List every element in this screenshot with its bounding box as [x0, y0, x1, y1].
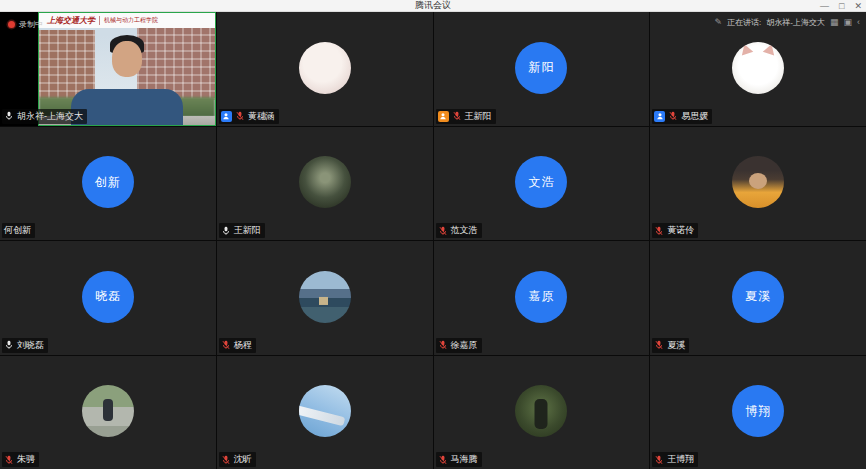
participant-tile[interactable]: 嘉原 徐嘉原	[434, 241, 650, 355]
participant-name: 刘晓磊	[17, 339, 44, 352]
participant-name: 夏溪	[667, 339, 685, 352]
mic-on-icon	[221, 226, 231, 236]
participant-tile[interactable]: 文浩 范文浩	[434, 127, 650, 241]
speaker-body	[71, 89, 183, 125]
participant-label: 王新阳	[436, 109, 496, 124]
avatar-initials: 晓磊	[82, 271, 134, 323]
participant-tile[interactable]: 杨程	[217, 241, 433, 355]
participant-name: 杨程	[234, 339, 252, 352]
participant-name: 范文浩	[451, 224, 478, 237]
participant-label: 徐嘉原	[436, 338, 482, 353]
recording-label: 录制中	[19, 19, 43, 30]
avatar-photo-cat	[732, 42, 784, 94]
person-badge-icon	[222, 112, 230, 120]
participant-label: 胡永祥-上海交大	[2, 109, 87, 124]
participant-label: 朱骋	[2, 452, 39, 467]
person-badge-icon	[656, 112, 664, 120]
avatar-photo-outdoor	[515, 385, 567, 437]
annotation-icon[interactable]: ✎	[715, 18, 723, 27]
participant-tile[interactable]: 博翔 王博翔	[650, 356, 866, 469]
participant-name: 易思媛	[681, 110, 708, 123]
participant-name: 朱骋	[17, 453, 35, 466]
mic-muted-icon	[221, 340, 231, 350]
participant-tile[interactable]: 易思媛	[650, 12, 866, 126]
participant-label: 范文浩	[436, 223, 482, 238]
department-name: 机械与动力工程学院	[104, 16, 158, 25]
participant-name: 王博翔	[667, 453, 694, 466]
mic-on-icon	[4, 111, 14, 121]
mic-muted-icon	[221, 455, 231, 465]
close-button[interactable]: ✕	[854, 0, 862, 12]
host-badge	[438, 111, 449, 122]
participant-tile[interactable]: 黄穗涵	[217, 12, 433, 126]
mic-muted-icon	[438, 455, 448, 465]
maximize-button[interactable]: □	[839, 0, 844, 12]
university-logo: 上海交通大学	[47, 15, 95, 26]
avatar-initials: 嘉原	[515, 271, 567, 323]
recording-indicator[interactable]: 录制中	[8, 19, 43, 30]
speaking-indicator: ✎ 正在讲话: 胡永祥-上海交大 ▦ ▣ ‹	[715, 17, 860, 28]
avatar-initials-text: 晓磊	[95, 288, 121, 305]
participant-label: 易思媛	[652, 109, 712, 124]
participant-tile[interactable]: 马海腾	[434, 356, 650, 469]
avatar-initials: 文浩	[515, 156, 567, 208]
mic-muted-icon	[654, 226, 664, 236]
participant-tile[interactable]: 创新 何创新	[0, 127, 216, 241]
cohost-badge	[221, 111, 232, 122]
participant-tile[interactable]: 新阳 王新阳	[434, 12, 650, 126]
participant-label: 王博翔	[652, 452, 698, 467]
avatar-initials-text: 博翔	[745, 403, 771, 420]
banner-divider	[99, 16, 100, 25]
mic-muted-icon	[654, 340, 664, 350]
participant-label: 马海腾	[436, 452, 482, 467]
participant-label: 黄诺伶	[652, 223, 698, 238]
participant-name: 徐嘉原	[451, 339, 478, 352]
avatar-initials-text: 新阳	[528, 59, 554, 76]
avatar-initials: 夏溪	[732, 271, 784, 323]
avatar-initials-text: 夏溪	[745, 288, 771, 305]
participant-name: 黄诺伶	[667, 224, 694, 237]
avatar-photo-airplane	[299, 385, 351, 437]
participant-label: 沈昕	[219, 452, 256, 467]
avatar-photo-portrait-dark	[299, 156, 351, 208]
collapse-arrow-icon[interactable]: ‹	[857, 18, 860, 27]
layout-speaker-icon[interactable]: ▣	[843, 18, 852, 27]
avatar-photo-landscape	[299, 271, 351, 323]
participant-tile[interactable]: 黄诺伶	[650, 127, 866, 241]
participant-name: 马海腾	[451, 453, 478, 466]
university-banner: 上海交通大学 机械与动力工程学院	[39, 13, 215, 28]
mic-muted-icon	[235, 111, 245, 121]
avatar-photo-child	[732, 156, 784, 208]
minimize-button[interactable]: —	[820, 0, 829, 12]
window-titlebar: 腾讯会议 — □ ✕	[0, 0, 866, 12]
participant-tile[interactable]: 王新阳	[217, 127, 433, 241]
participant-label: 何创新	[2, 223, 35, 238]
participant-tile[interactable]: 沈昕	[217, 356, 433, 469]
recording-dot-icon	[8, 21, 15, 28]
participant-name: 何创新	[4, 224, 31, 237]
mic-muted-icon	[438, 340, 448, 350]
participant-tile[interactable]: 朱骋	[0, 356, 216, 469]
avatar-initials: 博翔	[732, 385, 784, 437]
mic-muted-icon	[452, 111, 462, 121]
mic-muted-icon	[438, 226, 448, 236]
participant-name: 王新阳	[465, 110, 492, 123]
avatar-initials-text: 文浩	[528, 174, 554, 191]
participant-name: 黄穗涵	[248, 110, 275, 123]
mic-muted-icon	[4, 455, 14, 465]
avatar-photo-cyclist	[82, 385, 134, 437]
participant-label: 杨程	[219, 338, 256, 353]
participant-name: 沈昕	[234, 453, 252, 466]
participant-tile[interactable]: 晓磊 刘晓磊	[0, 241, 216, 355]
speaking-prefix: 正在讲话:	[727, 17, 761, 28]
participant-label: 黄穗涵	[219, 109, 279, 124]
participant-tile[interactable]: 夏溪 夏溪	[650, 241, 866, 355]
cohost-badge	[654, 111, 665, 122]
layout-grid-icon[interactable]: ▦	[830, 18, 839, 27]
participant-label: 王新阳	[219, 223, 265, 238]
mic-muted-icon	[668, 111, 678, 121]
mic-on-icon	[4, 340, 14, 350]
participant-name: 王新阳	[234, 224, 261, 237]
mic-muted-icon	[654, 455, 664, 465]
speaking-name: 胡永祥-上海交大	[766, 17, 825, 28]
